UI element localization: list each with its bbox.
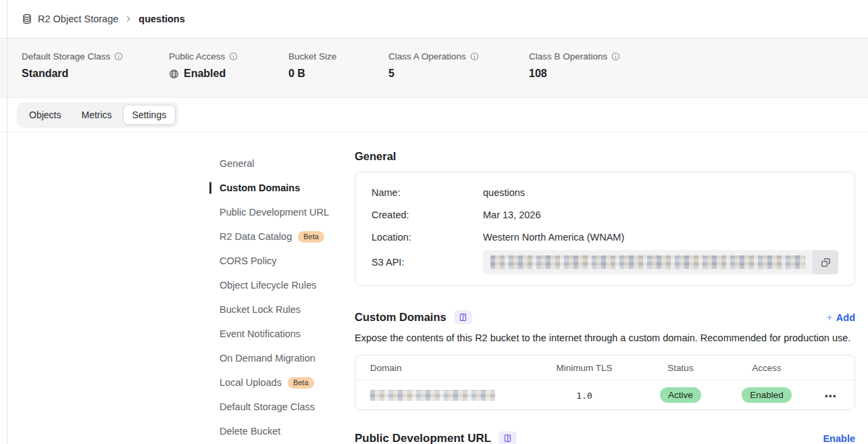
stat-value: 5 (388, 68, 479, 80)
table-header-row: Domain Minimum TLS Status Access (355, 355, 854, 380)
column-header-status: Status (635, 363, 726, 373)
general-row-created: Created: Mar 13, 2026 (372, 203, 838, 226)
tab-settings[interactable]: Settings (123, 105, 176, 125)
plus-icon: + (826, 312, 833, 323)
stat-value: 108 (529, 68, 620, 80)
docs-link-chip[interactable] (499, 431, 517, 444)
general-row-s3-api: S3 API: (372, 250, 838, 274)
stat-label: Class A Operations (388, 51, 466, 61)
settings-nav-item-custom-domains[interactable]: Custom Domains (209, 176, 341, 200)
column-header-minimum-tls: Minimum TLS (534, 363, 635, 373)
stat-class-a-operations: Class A Operations 5 (388, 51, 479, 80)
left-rail-divider (7, 0, 7, 444)
access-badge: Enabled (742, 387, 792, 403)
copy-button[interactable] (813, 250, 838, 274)
nav-item-label: Bucket Lock Rules (220, 304, 301, 315)
nav-item-label: Event Notifications (220, 328, 301, 339)
settings-nav-item-on-demand-migration[interactable]: On Demand Migration (209, 346, 341, 370)
tab-objects[interactable]: Objects (20, 105, 70, 125)
tab-label: Metrics (81, 109, 111, 120)
settings-nav-item-local-uploads[interactable]: Local Uploads Beta (209, 370, 341, 395)
bucket-stats-bar: Default Storage Class Standard Public Ac… (0, 39, 868, 98)
r2-bucket-settings-page: R2 Object Storage questions Default Stor… (0, 0, 868, 444)
tab-group: Objects Metrics Settings (17, 102, 178, 128)
custom-domains-header: Custom Domains + Add (355, 310, 855, 324)
column-header-access: Access (726, 363, 807, 373)
settings-nav-item-r2-data-catalog[interactable]: R2 Data Catalog Beta (209, 224, 341, 249)
settings-nav-item-delete-bucket[interactable]: Delete Bucket (209, 419, 341, 443)
settings-nav-item-default-storage-class[interactable]: Default Storage Class (209, 395, 341, 419)
beta-badge: Beta (288, 377, 314, 389)
general-info-card: Name: questions Created: Mar 13, 2026 Lo… (355, 172, 855, 286)
access-cell: Enabled (726, 387, 807, 403)
tab-label: Objects (29, 109, 61, 120)
settings-nav: General Custom Domains Public Developmen… (209, 151, 341, 443)
public-development-url-header: Public Development URL Enable (355, 431, 855, 444)
breadcrumb-r2-link[interactable]: R2 Object Storage (22, 14, 118, 24)
beta-badge: Beta (298, 231, 324, 243)
stat-value: Standard (22, 68, 123, 80)
status-cell: Active (635, 387, 726, 403)
stat-label: Class B Operations (529, 51, 607, 61)
row-label: Location: (372, 232, 483, 243)
stat-public-access: Public Access Enabled (169, 51, 238, 80)
nav-item-label: Default Storage Class (220, 401, 315, 412)
ellipsis-menu-button[interactable]: ••• (825, 391, 837, 401)
info-icon[interactable] (114, 52, 123, 61)
settings-nav-item-cors-policy[interactable]: CORS Policy (209, 249, 341, 273)
domain-cell (355, 390, 534, 401)
info-icon[interactable] (611, 52, 620, 61)
add-label: Add (836, 312, 855, 323)
settings-nav-item-public-development-url[interactable]: Public Development URL (209, 200, 341, 224)
custom-domains-table: Domain Minimum TLS Status Access 1.0 Act… (355, 355, 855, 410)
nav-item-label: Custom Domains (220, 182, 300, 193)
bucket-tabbar: Objects Metrics Settings (0, 98, 868, 132)
nav-item-label: On Demand Migration (220, 353, 315, 364)
stat-class-b-operations: Class B Operations 108 (529, 51, 620, 80)
docs-link-chip[interactable] (454, 310, 472, 324)
row-value: Western North America (WNAM) (483, 232, 624, 243)
stat-label: Public Access (169, 51, 225, 61)
database-icon (22, 14, 32, 24)
stat-value: 0 B (288, 68, 336, 80)
tab-metrics[interactable]: Metrics (72, 105, 121, 125)
s3-api-url-field[interactable] (483, 250, 838, 274)
chevron-right-icon (125, 16, 132, 22)
custom-domains-heading: Custom Domains (355, 311, 446, 324)
settings-nav-item-event-notifications[interactable]: Event Notifications (209, 322, 341, 346)
nav-item-label: R2 Data Catalog (220, 231, 292, 242)
settings-nav-item-general[interactable]: General (209, 151, 341, 176)
copy-icon (821, 257, 831, 268)
info-icon[interactable] (229, 52, 238, 61)
table-row: 1.0 Active Enabled ••• (355, 380, 854, 410)
nav-item-label: Local Uploads (220, 377, 282, 388)
row-label: Created: (372, 209, 483, 220)
domain-redacted-value (370, 390, 495, 401)
add-custom-domain-button[interactable]: + Add (826, 312, 855, 323)
tab-label: Settings (132, 109, 167, 120)
stat-label: Default Storage Class (22, 51, 110, 61)
globe-icon (169, 69, 179, 79)
row-menu-cell: ••• (807, 390, 854, 401)
status-badge: Active (660, 387, 701, 403)
breadcrumb-app-label: R2 Object Storage (38, 14, 118, 24)
active-nav-indicator (209, 182, 211, 194)
row-label: S3 API: (372, 257, 483, 268)
book-icon (503, 434, 512, 443)
stat-value: Enabled (184, 68, 226, 80)
breadcrumb-bucket-name: questions (138, 14, 184, 24)
settings-nav-item-object-lifecycle-rules[interactable]: Object Lifecycle Rules (209, 273, 341, 297)
nav-item-label: Object Lifecycle Rules (220, 280, 316, 291)
enable-button[interactable]: Enable (823, 433, 855, 444)
minimum-tls-cell: 1.0 (534, 390, 635, 401)
nav-item-label: CORS Policy (220, 255, 277, 266)
book-icon (459, 313, 467, 322)
nav-item-label: Public Development URL (220, 207, 329, 218)
breadcrumb: R2 Object Storage questions (0, 0, 868, 39)
general-section-heading: General (355, 150, 855, 163)
nav-item-label: General (220, 158, 255, 169)
column-header-domain: Domain (355, 363, 534, 373)
row-label: Name: (372, 187, 483, 198)
info-icon[interactable] (470, 52, 479, 61)
settings-nav-item-bucket-lock-rules[interactable]: Bucket Lock Rules (209, 297, 341, 322)
